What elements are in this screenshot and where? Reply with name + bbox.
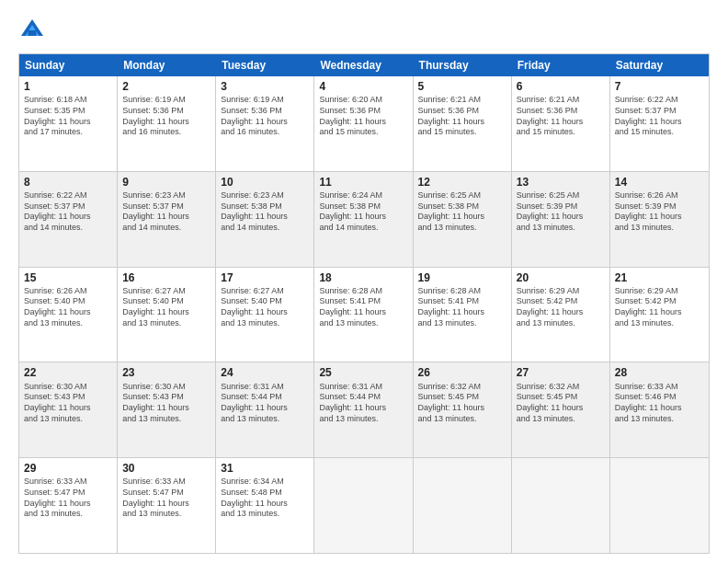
day-number: 1 (24, 79, 112, 94)
day-info: Sunrise: 6:23 AM Sunset: 5:37 PM Dayligh… (122, 190, 210, 234)
day-info: Sunrise: 6:27 AM Sunset: 5:40 PM Dayligh… (221, 286, 309, 329)
day-info: Sunrise: 6:19 AM Sunset: 5:36 PM Dayligh… (122, 95, 210, 138)
day-info: Sunrise: 6:33 AM Sunset: 5:47 PM Dayligh… (24, 477, 112, 520)
page: SundayMondayTuesdayWednesdayThursdayFrid… (0, 0, 728, 563)
day-info: Sunrise: 6:25 AM Sunset: 5:39 PM Dayligh… (517, 190, 605, 234)
day-number: 23 (122, 365, 210, 380)
calendar-cell: 10Sunrise: 6:23 AM Sunset: 5:38 PM Dayli… (216, 172, 314, 267)
day-number: 25 (319, 365, 407, 380)
day-info: Sunrise: 6:24 AM Sunset: 5:38 PM Dayligh… (319, 190, 407, 234)
calendar-cell: 29Sunrise: 6:33 AM Sunset: 5:47 PM Dayli… (19, 458, 118, 553)
day-number: 13 (517, 175, 605, 190)
svg-rect-2 (28, 30, 37, 36)
calendar-cell (512, 458, 610, 553)
calendar-row: 15Sunrise: 6:26 AM Sunset: 5:40 PM Dayli… (19, 267, 709, 362)
calendar-cell: 16Sunrise: 6:27 AM Sunset: 5:40 PM Dayli… (118, 268, 216, 362)
calendar-cell: 22Sunrise: 6:30 AM Sunset: 5:43 PM Dayli… (19, 362, 118, 457)
header-day-monday: Monday (118, 54, 216, 76)
header-day-friday: Friday (512, 54, 610, 76)
calendar-cell: 15Sunrise: 6:26 AM Sunset: 5:40 PM Dayli… (19, 268, 118, 362)
calendar-cell: 19Sunrise: 6:28 AM Sunset: 5:41 PM Dayli… (414, 268, 512, 362)
calendar-cell: 9Sunrise: 6:23 AM Sunset: 5:37 PM Daylig… (118, 172, 216, 267)
day-number: 9 (122, 175, 210, 190)
calendar-cell: 14Sunrise: 6:26 AM Sunset: 5:39 PM Dayli… (610, 172, 709, 267)
day-info: Sunrise: 6:28 AM Sunset: 5:41 PM Dayligh… (319, 286, 407, 329)
calendar-row: 22Sunrise: 6:30 AM Sunset: 5:43 PM Dayli… (19, 362, 709, 457)
calendar-cell: 28Sunrise: 6:33 AM Sunset: 5:46 PM Dayli… (610, 362, 709, 457)
day-number: 2 (122, 79, 210, 94)
calendar: SundayMondayTuesdayWednesdayThursdayFrid… (18, 53, 710, 554)
day-info: Sunrise: 6:33 AM Sunset: 5:47 PM Dayligh… (122, 477, 210, 520)
day-number: 12 (418, 175, 506, 190)
day-info: Sunrise: 6:23 AM Sunset: 5:38 PM Dayligh… (221, 190, 309, 234)
day-info: Sunrise: 6:20 AM Sunset: 5:36 PM Dayligh… (319, 95, 407, 138)
day-info: Sunrise: 6:31 AM Sunset: 5:44 PM Dayligh… (319, 382, 407, 425)
calendar-cell: 5Sunrise: 6:21 AM Sunset: 5:36 PM Daylig… (414, 76, 512, 171)
day-info: Sunrise: 6:32 AM Sunset: 5:45 PM Dayligh… (418, 382, 506, 425)
day-info: Sunrise: 6:18 AM Sunset: 5:35 PM Dayligh… (24, 95, 112, 138)
calendar-cell: 17Sunrise: 6:27 AM Sunset: 5:40 PM Dayli… (216, 268, 314, 362)
calendar-cell: 30Sunrise: 6:33 AM Sunset: 5:47 PM Dayli… (118, 458, 216, 553)
day-number: 24 (221, 365, 309, 380)
day-number: 11 (319, 175, 407, 190)
header-day-wednesday: Wednesday (314, 54, 413, 76)
day-info: Sunrise: 6:28 AM Sunset: 5:41 PM Dayligh… (418, 286, 506, 329)
day-number: 30 (122, 461, 210, 476)
day-number: 28 (615, 365, 704, 380)
day-number: 4 (319, 79, 407, 94)
calendar-cell: 27Sunrise: 6:32 AM Sunset: 5:45 PM Dayli… (512, 362, 610, 457)
calendar-cell: 3Sunrise: 6:19 AM Sunset: 5:36 PM Daylig… (216, 76, 314, 171)
day-number: 29 (24, 461, 112, 476)
day-info: Sunrise: 6:19 AM Sunset: 5:36 PM Dayligh… (221, 95, 309, 138)
day-info: Sunrise: 6:21 AM Sunset: 5:36 PM Dayligh… (517, 95, 605, 138)
day-info: Sunrise: 6:25 AM Sunset: 5:38 PM Dayligh… (418, 190, 506, 234)
calendar-cell: 7Sunrise: 6:22 AM Sunset: 5:37 PM Daylig… (610, 76, 709, 171)
day-number: 5 (418, 79, 506, 94)
header-day-tuesday: Tuesday (216, 54, 314, 76)
day-info: Sunrise: 6:22 AM Sunset: 5:37 PM Dayligh… (615, 95, 704, 138)
day-info: Sunrise: 6:26 AM Sunset: 5:40 PM Dayligh… (24, 286, 112, 329)
calendar-cell: 1Sunrise: 6:18 AM Sunset: 5:35 PM Daylig… (19, 76, 118, 171)
calendar-cell (610, 458, 709, 553)
day-info: Sunrise: 6:22 AM Sunset: 5:37 PM Dayligh… (24, 190, 112, 234)
calendar-cell: 11Sunrise: 6:24 AM Sunset: 5:38 PM Dayli… (314, 172, 413, 267)
header-day-thursday: Thursday (414, 54, 512, 76)
calendar-cell (414, 458, 512, 553)
day-number: 6 (517, 79, 605, 94)
day-info: Sunrise: 6:32 AM Sunset: 5:45 PM Dayligh… (517, 382, 605, 425)
calendar-cell: 12Sunrise: 6:25 AM Sunset: 5:38 PM Dayli… (414, 172, 512, 267)
calendar-cell: 18Sunrise: 6:28 AM Sunset: 5:41 PM Dayli… (314, 268, 413, 362)
day-number: 3 (221, 79, 309, 94)
header (18, 17, 710, 44)
day-info: Sunrise: 6:29 AM Sunset: 5:42 PM Dayligh… (517, 286, 605, 329)
day-info: Sunrise: 6:30 AM Sunset: 5:43 PM Dayligh… (24, 382, 112, 425)
day-number: 18 (319, 270, 407, 285)
calendar-cell: 4Sunrise: 6:20 AM Sunset: 5:36 PM Daylig… (314, 76, 413, 171)
calendar-cell: 25Sunrise: 6:31 AM Sunset: 5:44 PM Dayli… (314, 362, 413, 457)
header-day-sunday: Sunday (19, 54, 118, 76)
day-number: 27 (517, 365, 605, 380)
calendar-row: 1Sunrise: 6:18 AM Sunset: 5:35 PM Daylig… (19, 76, 709, 171)
calendar-cell: 31Sunrise: 6:34 AM Sunset: 5:48 PM Dayli… (216, 458, 314, 553)
day-number: 10 (221, 175, 309, 190)
day-number: 7 (615, 79, 704, 94)
calendar-cell: 13Sunrise: 6:25 AM Sunset: 5:39 PM Dayli… (512, 172, 610, 267)
calendar-cell: 21Sunrise: 6:29 AM Sunset: 5:42 PM Dayli… (610, 268, 709, 362)
day-number: 17 (221, 270, 309, 285)
calendar-row: 29Sunrise: 6:33 AM Sunset: 5:47 PM Dayli… (19, 457, 709, 553)
day-info: Sunrise: 6:26 AM Sunset: 5:39 PM Dayligh… (615, 190, 704, 234)
logo (18, 17, 50, 44)
calendar-cell: 20Sunrise: 6:29 AM Sunset: 5:42 PM Dayli… (512, 268, 610, 362)
day-number: 15 (24, 270, 112, 285)
day-number: 19 (418, 270, 506, 285)
day-number: 31 (221, 461, 309, 476)
calendar-body: 1Sunrise: 6:18 AM Sunset: 5:35 PM Daylig… (19, 76, 709, 553)
day-number: 16 (122, 270, 210, 285)
day-number: 8 (24, 175, 112, 190)
calendar-header: SundayMondayTuesdayWednesdayThursdayFrid… (19, 54, 709, 76)
day-number: 26 (418, 365, 506, 380)
calendar-row: 8Sunrise: 6:22 AM Sunset: 5:37 PM Daylig… (19, 171, 709, 267)
calendar-cell: 2Sunrise: 6:19 AM Sunset: 5:36 PM Daylig… (118, 76, 216, 171)
day-info: Sunrise: 6:21 AM Sunset: 5:36 PM Dayligh… (418, 95, 506, 138)
calendar-cell: 26Sunrise: 6:32 AM Sunset: 5:45 PM Dayli… (414, 362, 512, 457)
